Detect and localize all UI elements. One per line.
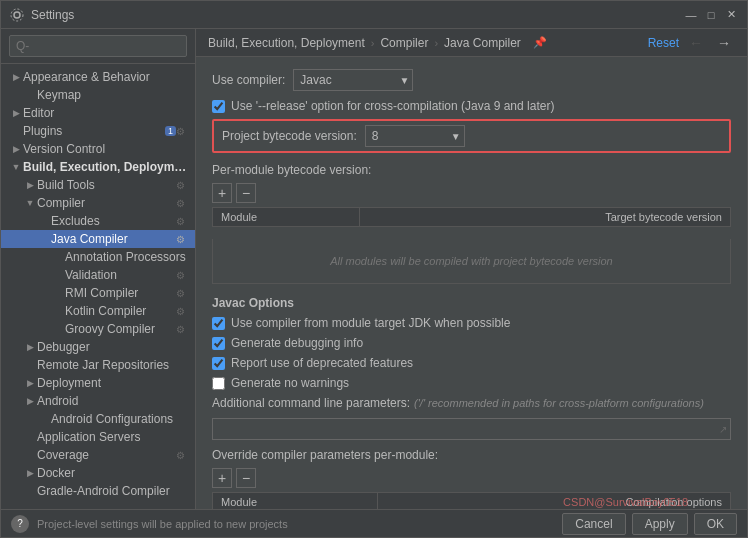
title-bar: Settings — □ ✕	[1, 1, 747, 29]
reset-button[interactable]: Reset	[648, 36, 679, 50]
sidebar-item-compiler[interactable]: ▼ Compiler ⚙	[1, 194, 195, 212]
bytecode-select[interactable]: 8	[365, 125, 465, 147]
per-module-table: Module Target bytecode version	[212, 207, 731, 227]
per-module-toolbar: + −	[212, 183, 731, 203]
sidebar-item-debugger[interactable]: ▶ Debugger	[1, 338, 195, 356]
per-module-title: Per-module bytecode version:	[212, 163, 731, 177]
sidebar-item-validation[interactable]: Validation ⚙	[1, 266, 195, 284]
sidebar-item-remote-jar[interactable]: Remote Jar Repositories	[1, 356, 195, 374]
expand-arrow: ▶	[9, 72, 23, 82]
apply-button[interactable]: Apply	[632, 513, 688, 535]
bottom-info: Project-level settings will be applied t…	[37, 518, 562, 530]
expand-arrow: ▼	[9, 162, 23, 172]
expand-arrow: ▶	[23, 342, 37, 352]
content-area: ▶ Appearance & Behavior Keymap ▶ Editor	[1, 29, 747, 509]
window-title: Settings	[31, 8, 683, 22]
pin-icon: 📌	[533, 36, 547, 49]
main-panel: Build, Execution, Deployment › Compiler …	[196, 29, 747, 509]
breadcrumb-sep-2: ›	[434, 37, 438, 49]
minimize-btn[interactable]: —	[683, 7, 699, 23]
sidebar-item-build-exec[interactable]: ▼ Build, Execution, Deployment	[1, 158, 195, 176]
breadcrumb-actions: Reset ← →	[648, 35, 735, 51]
expand-arrow: ▼	[23, 198, 37, 208]
sidebar-item-appearance[interactable]: ▶ Appearance & Behavior	[1, 68, 195, 86]
sidebar-item-excludes[interactable]: Excludes ⚙	[1, 212, 195, 230]
sidebar-item-coverage[interactable]: Coverage ⚙	[1, 446, 195, 464]
opt2-checkbox[interactable]	[212, 337, 225, 350]
forward-button[interactable]: →	[713, 35, 735, 51]
svg-point-0	[14, 12, 20, 18]
sidebar-item-annotation[interactable]: Annotation Processors	[1, 248, 195, 266]
sidebar-item-build-tools[interactable]: ▶ Build Tools ⚙	[1, 176, 195, 194]
sidebar-item-groovy[interactable]: Groovy Compiler ⚙	[1, 320, 195, 338]
additional-params-label: Additional command line parameters:	[212, 396, 410, 410]
breadcrumb-compiler: Compiler	[380, 36, 428, 50]
target-col-header: Target bytecode version	[360, 208, 731, 227]
settings-icon: ⚙	[176, 216, 187, 227]
expand-arrow: ▶	[23, 468, 37, 478]
opt4-row: Generate no warnings	[212, 376, 731, 390]
cross-compile-checkbox[interactable]	[212, 100, 225, 113]
plugins-badge: 1	[165, 126, 176, 136]
opt3-checkbox[interactable]	[212, 357, 225, 370]
override-module-col: Module	[213, 493, 378, 510]
opt1-checkbox[interactable]	[212, 317, 225, 330]
add-override-btn[interactable]: +	[212, 468, 232, 488]
module-col-header: Module	[213, 208, 360, 227]
sidebar-item-kotlin[interactable]: Kotlin Compiler ⚙	[1, 302, 195, 320]
search-input[interactable]	[9, 35, 187, 57]
sidebar-item-android[interactable]: ▶ Android	[1, 392, 195, 410]
help-button[interactable]: ?	[11, 515, 29, 533]
opt2-label: Generate debugging info	[231, 336, 363, 350]
settings-icon: ⚙	[176, 126, 187, 137]
sidebar: ▶ Appearance & Behavior Keymap ▶ Editor	[1, 29, 196, 509]
sidebar-item-plugins[interactable]: Plugins 1 ⚙	[1, 122, 195, 140]
settings-icon: ⚙	[176, 306, 187, 317]
expand-arrow: ▶	[23, 180, 37, 190]
opt3-row: Report use of deprecated features	[212, 356, 731, 370]
breadcrumb-sep-1: ›	[371, 37, 375, 49]
sidebar-item-docker[interactable]: ▶ Docker	[1, 464, 195, 482]
bottom-bar: ? Project-level settings will be applied…	[1, 509, 747, 537]
back-button[interactable]: ←	[685, 35, 707, 51]
opt2-row: Generate debugging info	[212, 336, 731, 350]
sidebar-item-app-servers[interactable]: Application Servers	[1, 428, 195, 446]
sidebar-item-rmi[interactable]: RMI Compiler ⚙	[1, 284, 195, 302]
breadcrumb-build: Build, Execution, Deployment	[208, 36, 365, 50]
close-btn[interactable]: ✕	[723, 7, 739, 23]
remove-module-btn[interactable]: −	[236, 183, 256, 203]
add-module-btn[interactable]: +	[212, 183, 232, 203]
javac-options-header: Javac Options	[212, 296, 731, 310]
additional-params-section: Additional command line parameters: ('/'…	[212, 396, 731, 410]
compiler-row: Use compiler: Javac ▼	[212, 69, 731, 91]
additional-params-input-wrapper: ↗	[212, 418, 731, 440]
breadcrumb: Build, Execution, Deployment › Compiler …	[196, 29, 747, 57]
sidebar-item-android-config[interactable]: Android Configurations	[1, 410, 195, 428]
bytecode-label: Project bytecode version:	[222, 129, 357, 143]
sidebar-item-editor[interactable]: ▶ Editor	[1, 104, 195, 122]
per-module-placeholder: All modules will be compiled with projec…	[212, 239, 731, 284]
breadcrumb-java-compiler: Java Compiler	[444, 36, 521, 50]
watermark: CSDN@SurvivalBoy0518	[563, 496, 688, 508]
opt3-label: Report use of deprecated features	[231, 356, 413, 370]
settings-content: Use compiler: Javac ▼ Use '--release' op…	[196, 57, 747, 509]
opt4-label: Generate no warnings	[231, 376, 349, 390]
settings-icon: ⚙	[176, 288, 187, 299]
ok-button[interactable]: OK	[694, 513, 737, 535]
settings-icon: ⚙	[176, 234, 187, 245]
sidebar-item-version-control[interactable]: ▶ Version Control	[1, 140, 195, 158]
compiler-select-wrapper: Javac ▼	[293, 69, 413, 91]
cancel-button[interactable]: Cancel	[562, 513, 625, 535]
opt4-checkbox[interactable]	[212, 377, 225, 390]
settings-window: Settings — □ ✕ ▶ Appearance & Behavior	[0, 0, 748, 538]
remove-override-btn[interactable]: −	[236, 468, 256, 488]
additional-params-input[interactable]	[212, 418, 731, 440]
sidebar-item-java-compiler[interactable]: Java Compiler ⚙	[1, 230, 195, 248]
maximize-btn[interactable]: □	[703, 7, 719, 23]
compiler-select[interactable]: Javac	[293, 69, 413, 91]
search-box	[1, 29, 195, 64]
sidebar-item-deployment[interactable]: ▶ Deployment	[1, 374, 195, 392]
sidebar-item-gradle-android[interactable]: Gradle-Android Compiler	[1, 482, 195, 500]
sidebar-item-keymap[interactable]: Keymap	[1, 86, 195, 104]
window-controls: — □ ✕	[683, 7, 739, 23]
